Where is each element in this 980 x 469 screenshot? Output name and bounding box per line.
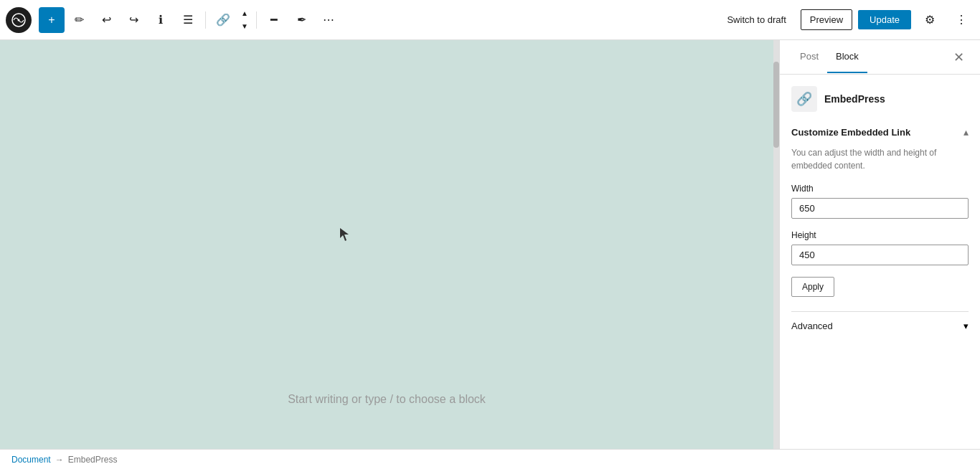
tools-button[interactable]: ✏: [66, 7, 92, 33]
section-header: Customize Embedded Link ▴: [791, 126, 969, 138]
undo-icon: ↩: [102, 13, 111, 27]
apply-button[interactable]: Apply: [791, 277, 834, 297]
svg-point-1: [18, 19, 20, 21]
toolbar-right: Switch to draft Preview Update ⚙ ⋮: [718, 7, 974, 33]
advanced-section[interactable]: Advanced ▾: [791, 311, 969, 340]
tab-post[interactable]: Post: [791, 41, 827, 73]
settings-button[interactable]: ⚙: [917, 7, 943, 33]
block-name-label: EmbedPress: [824, 93, 885, 105]
update-button[interactable]: Update: [858, 10, 911, 29]
width-input[interactable]: [791, 198, 969, 219]
section-title-label: Customize Embedded Link: [791, 127, 910, 138]
editor-area[interactable]: Start writing or type / to choose a bloc…: [0, 40, 773, 449]
sidebar-content: 🔗 EmbedPress Customize Embedded Link ▴ Y…: [780, 75, 980, 449]
move-up-button[interactable]: ▲: [237, 7, 252, 20]
up-down-arrows: ▲ ▼: [237, 7, 252, 33]
wordpress-logo: [6, 7, 32, 33]
settings-sidebar: Post Block ✕ 🔗 EmbedPress Customize Embe…: [779, 40, 980, 449]
close-icon: ✕: [953, 49, 964, 65]
undo-button[interactable]: ↩: [93, 7, 119, 33]
align-button[interactable]: ━: [261, 7, 287, 33]
preview-button[interactable]: Preview: [801, 9, 852, 30]
embedpress-link-button[interactable]: 🔗: [210, 7, 236, 33]
switch-to-draft-button[interactable]: Switch to draft: [718, 10, 794, 29]
width-field: Width: [791, 184, 969, 230]
add-block-button[interactable]: +: [39, 7, 65, 33]
close-sidebar-button[interactable]: ✕: [948, 47, 969, 67]
editor-scrollbar[interactable]: [773, 40, 779, 449]
more-options-block-button[interactable]: ⋯: [316, 7, 341, 33]
align-icon: ━: [270, 13, 278, 27]
bottom-bar: Document → EmbedPress: [0, 449, 980, 469]
cursor-icon: [340, 228, 349, 241]
list-view-button[interactable]: ☰: [175, 7, 201, 33]
scrollbar-thumb[interactable]: [773, 62, 779, 148]
list-icon: ☰: [183, 13, 193, 27]
svg-marker-2: [340, 228, 349, 241]
height-label: Height: [791, 230, 969, 240]
vertical-ellipsis-icon: ⋮: [956, 13, 967, 27]
chevron-down-icon: ▾: [963, 321, 969, 331]
sidebar-header: Post Block ✕: [780, 40, 980, 75]
height-field: Height: [791, 230, 969, 277]
section-collapse-button[interactable]: ▴: [963, 126, 969, 138]
details-button[interactable]: ℹ: [148, 7, 174, 33]
pencil-icon: ✏: [75, 13, 84, 27]
toolbar-divider-1: [205, 11, 206, 29]
more-menu-button[interactable]: ⋮: [948, 7, 974, 33]
link-icon: 🔗: [216, 13, 230, 27]
tab-block[interactable]: Block: [827, 41, 867, 73]
chevron-up-icon: ▴: [963, 126, 969, 138]
toolbar-divider-2: [256, 11, 257, 29]
gear-icon: ⚙: [925, 13, 935, 27]
embedpress-link-icon: 🔗: [796, 91, 812, 107]
ellipsis-icon: ⋯: [323, 13, 334, 27]
embedpress-block-icon: 🔗: [791, 86, 817, 112]
advanced-label: Advanced: [791, 321, 833, 331]
move-down-button[interactable]: ▼: [237, 20, 252, 33]
width-label: Width: [791, 184, 969, 194]
height-input[interactable]: [791, 245, 969, 265]
highlighter-icon: ✒: [297, 13, 306, 27]
redo-icon: ↪: [129, 13, 138, 27]
section-description: You can adjust the width and height of e…: [791, 146, 969, 172]
breadcrumb-separator: →: [55, 455, 64, 465]
main-toolbar: + ✏ ↩ ↪ ℹ ☰ 🔗 ▲ ▼ ━ ✒ ⋯ Switch to draft …: [0, 0, 980, 40]
plus-icon: +: [48, 14, 55, 27]
customize-section: Customize Embedded Link ▴ You can adjust…: [791, 126, 969, 311]
breadcrumb-current: EmbedPress: [68, 455, 118, 465]
redo-button[interactable]: ↪: [121, 7, 146, 33]
main-content: Start writing or type / to choose a bloc…: [0, 40, 980, 449]
editor-canvas: [0, 40, 773, 449]
breadcrumb-document[interactable]: Document: [11, 455, 51, 465]
block-header: 🔗 EmbedPress: [791, 86, 969, 112]
info-icon: ℹ: [159, 13, 163, 27]
highlighter-button[interactable]: ✒: [288, 7, 314, 33]
